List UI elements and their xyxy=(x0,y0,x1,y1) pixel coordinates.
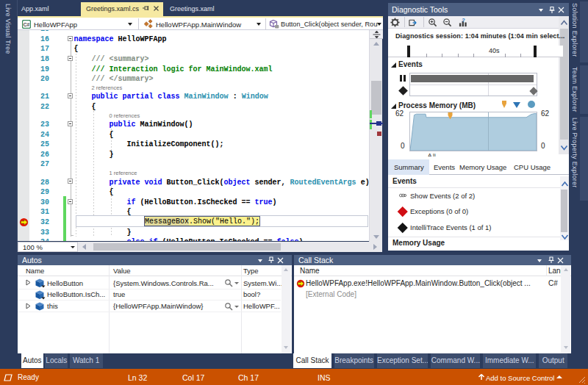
svg-text:?: ? xyxy=(462,18,465,23)
svg-text:C#: C# xyxy=(24,21,30,26)
